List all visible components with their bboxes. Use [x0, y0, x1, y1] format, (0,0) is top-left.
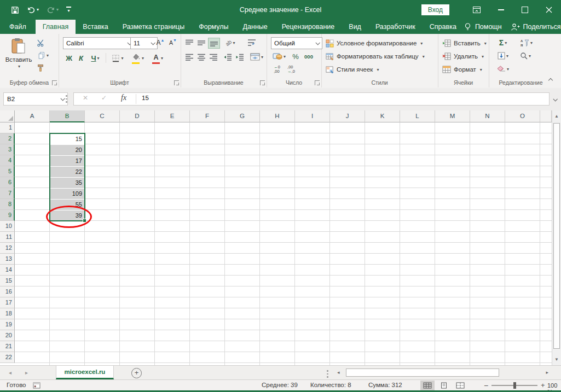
align-bottom-button[interactable] — [208, 38, 220, 49]
font-name-combo[interactable]: Calibri — [63, 37, 134, 49]
fill-color-dropdown-icon[interactable]: ▾ — [142, 56, 144, 61]
column-header-B[interactable]: B — [50, 110, 85, 122]
comma-style-button[interactable]: 000 — [302, 51, 316, 61]
row-header-18[interactable]: 18 — [0, 308, 15, 319]
ribbon-tab-Справка[interactable]: Справка — [423, 20, 464, 34]
cell-B3[interactable]: 20 — [50, 145, 84, 155]
clear-button[interactable]: ▾ — [495, 64, 511, 74]
cell-B5[interactable]: 22 — [50, 167, 84, 177]
clipboard-dialog-launcher[interactable] — [52, 80, 57, 85]
row-header-4[interactable]: 4 — [0, 155, 15, 166]
row-header-12[interactable]: 12 — [0, 243, 15, 254]
horizontal-scroll-thumb[interactable] — [346, 368, 499, 377]
sheet-tab-active[interactable]: microexcel.ru — [56, 366, 114, 379]
share-tab[interactable]: Поделиться — [523, 23, 561, 31]
bold-button[interactable]: Ж — [64, 52, 74, 64]
ribbon-tab-Вид[interactable]: Вид — [342, 20, 368, 34]
row-header-9[interactable]: 9 — [0, 210, 15, 221]
merge-dropdown-icon[interactable]: ▾ — [261, 55, 263, 60]
row-header-3[interactable]: 3 — [0, 144, 15, 155]
copy-dropdown-icon[interactable]: ▾ — [47, 53, 49, 58]
zoom-slider-thumb[interactable] — [513, 382, 516, 389]
undo-dropdown-icon[interactable]: ▾ — [37, 8, 39, 12]
font-size-combo[interactable]: 11 — [130, 37, 158, 49]
scroll-right-icon[interactable]: ▸ — [546, 370, 548, 375]
zoom-out-button[interactable]: − — [484, 381, 488, 390]
merge-center-button[interactable]: ▾ — [248, 52, 265, 62]
align-left-button[interactable] — [184, 52, 195, 62]
column-header-L[interactable]: L — [400, 110, 435, 122]
sort-filter-button[interactable]: АЯ ▾ — [517, 38, 536, 48]
row-header-16[interactable]: 16 — [0, 286, 15, 297]
increase-indent-button[interactable] — [234, 52, 245, 62]
paste-dropdown-icon[interactable]: ▾ — [18, 64, 20, 69]
vertical-scrollbar[interactable]: ▲ ▼ — [552, 110, 561, 365]
accounting-format-button[interactable]: ▾ — [271, 51, 287, 61]
font-dialog-launcher[interactable] — [174, 80, 179, 85]
row-header-22[interactable]: 22 — [0, 352, 15, 363]
ribbon-tab-Формулы[interactable]: Формулы — [192, 20, 235, 34]
macro-record-button[interactable] — [33, 382, 41, 389]
row-header-14[interactable]: 14 — [0, 265, 15, 276]
zoom-in-button[interactable]: + — [541, 381, 545, 389]
paste-button[interactable]: Вставить ▾ — [4, 37, 33, 79]
ribbon-tab-Разметка страницы[interactable]: Разметка страницы — [115, 20, 192, 34]
row-header-21[interactable]: 21 — [0, 341, 15, 352]
grid-area[interactable] — [15, 122, 552, 365]
cell-B2[interactable]: 15 — [50, 134, 84, 144]
column-header-O[interactable]: O — [505, 110, 540, 122]
increase-decimal-button[interactable]: ←0,00 — [271, 65, 283, 74]
format-cells-button[interactable]: Формат▾ — [442, 64, 482, 75]
expand-formula-bar-button[interactable] — [551, 96, 559, 103]
vertical-scroll-thumb[interactable] — [553, 123, 560, 349]
percent-style-button[interactable]: % — [291, 51, 300, 61]
formula-bar-grip[interactable] — [66, 95, 67, 104]
column-header-I[interactable]: I — [295, 110, 330, 122]
align-right-button[interactable] — [208, 52, 219, 62]
find-select-button[interactable]: ▾ — [517, 51, 534, 61]
column-header-J[interactable]: J — [330, 110, 365, 122]
shrink-font-button[interactable]: А▼ — [167, 37, 178, 48]
row-header-6[interactable]: 6 — [0, 177, 15, 188]
insert-cells-button[interactable]: Вставить▾ — [442, 38, 487, 49]
italic-button[interactable]: К — [76, 52, 86, 64]
conditional-formatting-button[interactable]: Условное форматирование▾ — [326, 38, 423, 49]
column-header-M[interactable]: M — [435, 110, 470, 122]
grow-font-button[interactable]: А▲ — [155, 37, 166, 48]
row-header-15[interactable]: 15 — [0, 276, 15, 286]
borders-dropdown-icon[interactable]: ▾ — [121, 56, 123, 61]
scroll-up-icon[interactable]: ▲ — [552, 114, 561, 119]
ribbon-tab-Файл[interactable]: Файл — [0, 20, 36, 34]
redo-button[interactable]: ▾ — [47, 6, 59, 14]
row-header-19[interactable]: 19 — [0, 319, 15, 330]
number-format-combo[interactable]: Общий — [271, 37, 322, 49]
cell-B8[interactable]: 55 — [50, 200, 84, 210]
cell-B4[interactable]: 17 — [50, 156, 84, 166]
insert-function-button[interactable]: fx — [121, 93, 126, 102]
row-header-20[interactable]: 20 — [0, 330, 15, 341]
column-header-C[interactable]: C — [85, 110, 120, 122]
cut-button[interactable] — [35, 38, 46, 47]
font-color-button[interactable]: А ▾ — [149, 52, 166, 64]
number-dialog-launcher[interactable] — [315, 80, 320, 85]
fill-button[interactable]: ▾ — [495, 51, 511, 61]
row-header-8[interactable]: 8 — [0, 199, 15, 210]
customize-qat-button[interactable]: ▾ — [66, 7, 71, 13]
formula-input[interactable]: 15 — [142, 95, 149, 101]
orientation-dropdown-icon[interactable]: ▾ — [233, 40, 235, 45]
sign-in-button[interactable]: Вход — [421, 4, 449, 15]
row-header-1[interactable]: 1 — [0, 122, 15, 133]
column-header-G[interactable]: G — [225, 110, 260, 122]
tabbar-splitter[interactable] — [327, 370, 328, 379]
row-header-5[interactable]: 5 — [0, 166, 15, 177]
name-box-dropdown-icon[interactable] — [60, 96, 65, 101]
enter-button[interactable]: ✓ — [101, 94, 107, 102]
redo-dropdown-icon[interactable]: ▾ — [56, 8, 59, 12]
scroll-left-icon[interactable]: ◂ — [337, 370, 340, 375]
column-header-E[interactable]: E — [155, 110, 190, 122]
close-button[interactable] — [537, 0, 561, 20]
minimize-button[interactable] — [489, 0, 513, 20]
decrease-indent-button[interactable] — [222, 52, 233, 62]
view-page-break-button[interactable] — [453, 381, 467, 390]
ribbon-tab-Разработчик[interactable]: Разработчик — [368, 20, 423, 34]
